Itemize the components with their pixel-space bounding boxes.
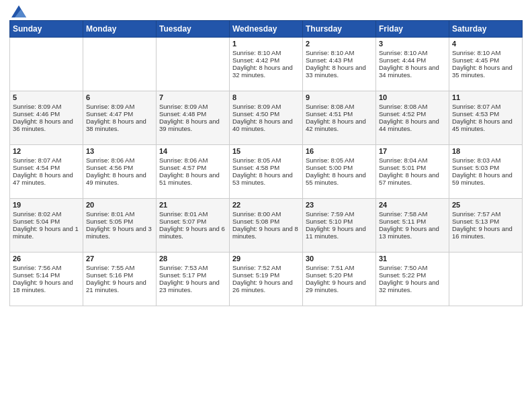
daylight-text: Daylight: 9 hours and 1 minute.: [13, 225, 80, 240]
header: [9, 7, 523, 17]
calendar-cell: 31Sunrise: 7:50 AMSunset: 5:22 PMDayligh…: [376, 253, 449, 306]
sunset-text: Sunset: 5:19 PM: [232, 271, 300, 279]
day-number: 26: [13, 255, 80, 263]
calendar-cell: 24Sunrise: 7:58 AMSunset: 5:11 PMDayligh…: [376, 199, 449, 253]
week-row-4: 19Sunrise: 8:02 AMSunset: 5:04 PMDayligh…: [10, 199, 523, 253]
day-number: 10: [379, 93, 446, 101]
sunrise-text: Sunrise: 7:59 AM: [306, 210, 373, 218]
day-number: 18: [452, 147, 519, 155]
sunrise-text: Sunrise: 8:01 AM: [159, 210, 226, 218]
calendar-cell: 16Sunrise: 8:05 AMSunset: 5:00 PMDayligh…: [303, 145, 376, 199]
sunset-text: Sunset: 5:00 PM: [306, 164, 373, 171]
daylight-text: Daylight: 8 hours and 47 minutes.: [13, 171, 80, 186]
sunset-text: Sunset: 5:22 PM: [379, 271, 446, 279]
sunset-text: Sunset: 5:20 PM: [306, 271, 373, 279]
sunset-text: Sunset: 4:47 PM: [86, 110, 153, 118]
sunset-text: Sunset: 5:05 PM: [86, 218, 153, 225]
sunrise-text: Sunrise: 7:55 AM: [86, 264, 153, 271]
day-number: 11: [452, 93, 519, 101]
daylight-text: Daylight: 9 hours and 3 minutes.: [86, 225, 153, 240]
daylight-text: Daylight: 8 hours and 49 minutes.: [86, 171, 153, 186]
sunset-text: Sunset: 5:08 PM: [232, 218, 300, 225]
daylight-text: Daylight: 9 hours and 16 minutes.: [452, 225, 519, 240]
daylight-text: Daylight: 9 hours and 26 minutes.: [232, 279, 300, 293]
calendar-cell: 13Sunrise: 8:06 AMSunset: 4:56 PMDayligh…: [83, 145, 157, 199]
sunrise-text: Sunrise: 7:57 AM: [452, 210, 519, 218]
daylight-text: Daylight: 9 hours and 13 minutes.: [379, 225, 446, 240]
sunset-text: Sunset: 4:42 PM: [232, 56, 300, 64]
daylight-text: Daylight: 9 hours and 23 minutes.: [159, 279, 226, 293]
daylight-text: Daylight: 9 hours and 6 minutes.: [159, 225, 226, 240]
week-row-1: 1Sunrise: 8:10 AMSunset: 4:42 PMDaylight…: [10, 38, 523, 91]
sunrise-text: Sunrise: 7:53 AM: [159, 264, 226, 271]
calendar-cell: 29Sunrise: 7:52 AMSunset: 5:19 PMDayligh…: [230, 253, 303, 306]
sunrise-text: Sunrise: 8:09 AM: [13, 103, 80, 110]
day-number: 12: [13, 147, 80, 155]
sunrise-text: Sunrise: 8:04 AM: [379, 156, 446, 164]
calendar-cell: [10, 38, 83, 91]
sunset-text: Sunset: 5:14 PM: [13, 271, 80, 279]
sunrise-text: Sunrise: 7:58 AM: [379, 210, 446, 218]
sunrise-text: Sunrise: 8:07 AM: [452, 103, 519, 110]
calendar-cell: 14Sunrise: 8:06 AMSunset: 4:57 PMDayligh…: [157, 145, 230, 199]
weekday-header-sunday: Sunday: [10, 21, 83, 38]
calendar-cell: 10Sunrise: 8:08 AMSunset: 4:52 PMDayligh…: [376, 91, 449, 145]
sunset-text: Sunset: 4:51 PM: [306, 110, 373, 118]
sunset-text: Sunset: 4:53 PM: [452, 110, 519, 118]
daylight-text: Daylight: 8 hours and 45 minutes.: [452, 118, 519, 132]
day-number: 5: [13, 93, 80, 101]
calendar-cell: 30Sunrise: 7:51 AMSunset: 5:20 PMDayligh…: [303, 253, 376, 306]
day-number: 21: [159, 201, 226, 209]
weekday-header-monday: Monday: [83, 21, 157, 38]
weekday-header-saturday: Saturday: [449, 21, 523, 38]
weekday-header-friday: Friday: [376, 21, 449, 38]
day-number: 6: [86, 93, 153, 101]
day-number: 3: [379, 40, 446, 48]
daylight-text: Daylight: 9 hours and 29 minutes.: [306, 279, 373, 293]
calendar-cell: 27Sunrise: 7:55 AMSunset: 5:16 PMDayligh…: [83, 253, 157, 306]
calendar-cell: 5Sunrise: 8:09 AMSunset: 4:46 PMDaylight…: [10, 91, 83, 145]
daylight-text: Daylight: 8 hours and 35 minutes.: [452, 64, 519, 79]
day-number: 13: [86, 147, 153, 155]
daylight-text: Daylight: 8 hours and 38 minutes.: [86, 118, 153, 132]
calendar-cell: 26Sunrise: 7:56 AMSunset: 5:14 PMDayligh…: [10, 253, 83, 306]
sunset-text: Sunset: 4:44 PM: [379, 56, 446, 64]
calendar-cell: 8Sunrise: 8:09 AMSunset: 4:50 PMDaylight…: [230, 91, 303, 145]
calendar-cell: 22Sunrise: 8:00 AMSunset: 5:08 PMDayligh…: [230, 199, 303, 253]
sunset-text: Sunset: 4:54 PM: [13, 164, 80, 171]
sunset-text: Sunset: 4:46 PM: [13, 110, 80, 118]
calendar-cell: 28Sunrise: 7:53 AMSunset: 5:17 PMDayligh…: [157, 253, 230, 306]
daylight-text: Daylight: 8 hours and 44 minutes.: [379, 118, 446, 132]
sunrise-text: Sunrise: 8:06 AM: [159, 156, 226, 164]
sunrise-text: Sunrise: 7:56 AM: [13, 264, 80, 271]
daylight-text: Daylight: 8 hours and 32 minutes.: [232, 64, 300, 79]
week-row-5: 26Sunrise: 7:56 AMSunset: 5:14 PMDayligh…: [10, 253, 523, 306]
daylight-text: Daylight: 9 hours and 21 minutes.: [86, 279, 153, 293]
day-number: 28: [159, 255, 226, 263]
sunrise-text: Sunrise: 7:52 AM: [232, 264, 300, 271]
calendar-cell: 25Sunrise: 7:57 AMSunset: 5:13 PMDayligh…: [449, 199, 523, 253]
weekday-header-wednesday: Wednesday: [230, 21, 303, 38]
sunrise-text: Sunrise: 8:00 AM: [232, 210, 300, 218]
calendar-cell: 7Sunrise: 8:09 AMSunset: 4:48 PMDaylight…: [157, 91, 230, 145]
sunrise-text: Sunrise: 7:50 AM: [379, 264, 446, 271]
calendar-cell: [157, 38, 230, 91]
calendar-table: SundayMondayTuesdayWednesdayThursdayFrid…: [9, 20, 523, 306]
calendar-cell: 19Sunrise: 8:02 AMSunset: 5:04 PMDayligh…: [10, 199, 83, 253]
calendar-cell: 20Sunrise: 8:01 AMSunset: 5:05 PMDayligh…: [83, 199, 157, 253]
day-number: 19: [13, 201, 80, 209]
day-number: 27: [86, 255, 153, 263]
daylight-text: Daylight: 9 hours and 32 minutes.: [379, 279, 446, 293]
sunrise-text: Sunrise: 8:09 AM: [159, 103, 226, 110]
logo-icon: [11, 5, 26, 17]
sunset-text: Sunset: 4:52 PM: [379, 110, 446, 118]
sunset-text: Sunset: 4:43 PM: [306, 56, 373, 64]
day-number: 30: [306, 255, 373, 263]
sunrise-text: Sunrise: 8:03 AM: [452, 156, 519, 164]
sunrise-text: Sunrise: 8:10 AM: [232, 49, 300, 56]
daylight-text: Daylight: 9 hours and 8 minutes.: [232, 225, 300, 240]
sunrise-text: Sunrise: 8:10 AM: [379, 49, 446, 56]
daylight-text: Daylight: 8 hours and 53 minutes.: [232, 171, 300, 186]
calendar-cell: 2Sunrise: 8:10 AMSunset: 4:43 PMDaylight…: [303, 38, 376, 91]
sunrise-text: Sunrise: 8:05 AM: [306, 156, 373, 164]
